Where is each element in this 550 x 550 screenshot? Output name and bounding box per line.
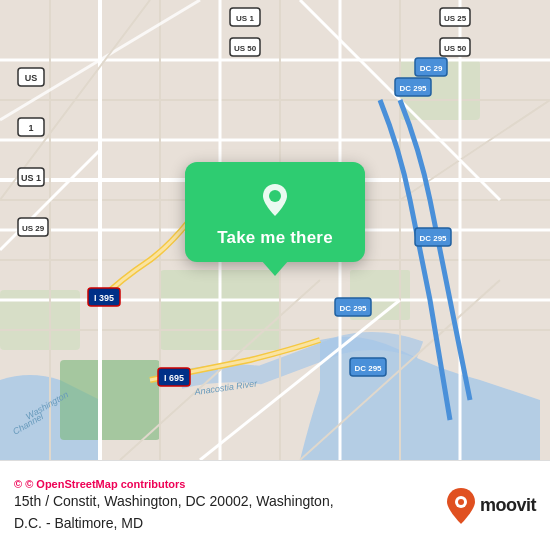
location-address-line1: 15th / Constit, Washington, DC 20002, Wa… [14, 492, 334, 512]
svg-text:I 695: I 695 [164, 373, 184, 383]
svg-text:DC 29: DC 29 [420, 64, 443, 73]
svg-point-65 [269, 190, 281, 202]
svg-text:US 1: US 1 [21, 173, 41, 183]
svg-text:US 1: US 1 [236, 14, 254, 23]
svg-text:US: US [25, 73, 38, 83]
svg-rect-4 [60, 360, 160, 440]
svg-text:1: 1 [28, 123, 33, 133]
bottom-info-bar: © © OpenStreetMap contributors 15th / Co… [0, 460, 550, 550]
osm-text: © OpenStreetMap contributors [25, 478, 185, 490]
moovit-logo: moovit [446, 488, 536, 524]
svg-text:US 25: US 25 [444, 14, 467, 23]
take-me-there-button[interactable]: Take me there [217, 228, 333, 248]
svg-text:DC 295: DC 295 [354, 364, 382, 373]
svg-text:US 29: US 29 [22, 224, 45, 233]
moovit-brand-text: moovit [480, 495, 536, 516]
map-area: US 1 US 1 US 29 US 50 US 50 I 395 I 695 … [0, 0, 550, 460]
svg-text:DC 295: DC 295 [339, 304, 367, 313]
osm-credit: © © OpenStreetMap contributors [14, 478, 334, 490]
osm-copyright: © [14, 478, 22, 490]
svg-text:US 50: US 50 [444, 44, 467, 53]
svg-text:US 50: US 50 [234, 44, 257, 53]
map-pin-icon [255, 180, 295, 220]
svg-text:I 395: I 395 [94, 293, 114, 303]
location-address-line2: D.C. - Baltimore, MD [14, 514, 334, 534]
svg-point-67 [458, 499, 464, 505]
location-info: © © OpenStreetMap contributors 15th / Co… [14, 478, 334, 533]
popup-tail [261, 260, 289, 276]
moovit-pin-icon [446, 488, 476, 524]
location-popup: Take me there [185, 162, 365, 262]
svg-text:DC 295: DC 295 [399, 84, 427, 93]
svg-text:DC 295: DC 295 [419, 234, 447, 243]
